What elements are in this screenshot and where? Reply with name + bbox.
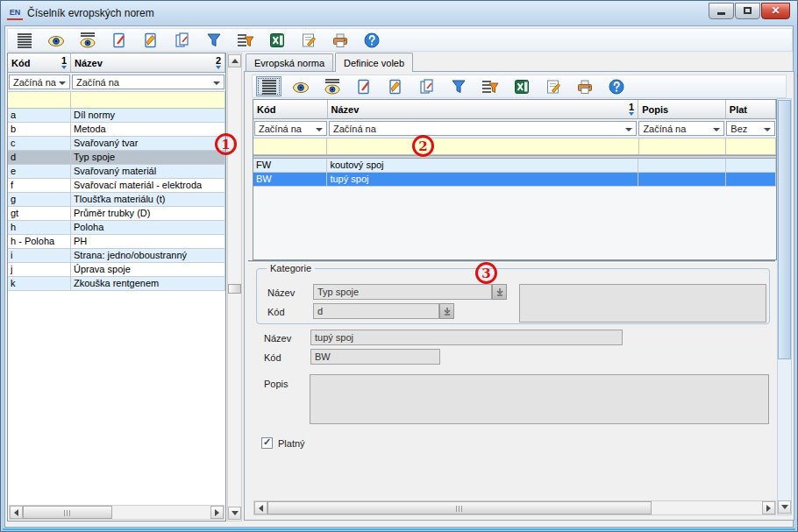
maximize-button[interactable] bbox=[735, 3, 760, 19]
table-row-BW[interactable]: BWtupý spoj bbox=[253, 173, 776, 187]
filter-input[interactable] bbox=[8, 92, 71, 108]
filter-input[interactable] bbox=[253, 138, 327, 154]
filter-dropdown[interactable]: Začíná na bbox=[9, 74, 70, 89]
column-header-label: Název bbox=[331, 104, 360, 115]
nazev-field[interactable]: tupý spoj bbox=[310, 330, 623, 345]
options-vscrollbar[interactable] bbox=[777, 98, 792, 515]
left-table-vscrollbar[interactable] bbox=[227, 53, 242, 521]
toolbar-button-export-excel[interactable] bbox=[509, 76, 534, 96]
vscroll-thumb[interactable] bbox=[228, 284, 241, 294]
filter-dropdown[interactable]: Začíná na bbox=[254, 121, 327, 136]
scroll-left-button[interactable] bbox=[10, 506, 23, 519]
toolbar-button-print[interactable] bbox=[327, 30, 353, 50]
hscroll-thumb[interactable] bbox=[267, 501, 652, 514]
scroll-right-button[interactable] bbox=[762, 501, 775, 514]
tab-definice-voleb[interactable]: Definice voleb bbox=[335, 53, 413, 72]
horizontal-splitter[interactable] bbox=[248, 260, 775, 263]
vscroll-thumb[interactable] bbox=[778, 100, 791, 359]
toolbar-button-filter[interactable] bbox=[445, 76, 471, 96]
kategorie-nazev-combo-button[interactable] bbox=[492, 284, 507, 300]
left-table-header: Kód1Název2 bbox=[8, 53, 225, 73]
platny-checkbox[interactable]: ✓ bbox=[261, 437, 273, 449]
filter-input[interactable] bbox=[71, 92, 225, 108]
table-row-k[interactable]: kZkouška rentgenem bbox=[8, 277, 225, 291]
table-row-c[interactable]: cSvařovaný tvar bbox=[8, 137, 225, 151]
popis-field[interactable] bbox=[310, 374, 769, 424]
table-row-e[interactable]: eSvařovaný materiál bbox=[8, 165, 225, 179]
filter-input[interactable] bbox=[726, 138, 776, 154]
cell-kod: b bbox=[8, 123, 71, 136]
minimize-button[interactable] bbox=[709, 3, 734, 19]
cell-plat bbox=[726, 159, 776, 172]
scroll-up-button[interactable] bbox=[228, 54, 241, 67]
filter-dropdown[interactable]: Začíná na bbox=[72, 74, 224, 89]
table-row-h - Poloha[interactable]: h - PolohaPH bbox=[8, 235, 225, 249]
table-row-a[interactable]: aDíl normy bbox=[8, 109, 225, 123]
toolbar-button-edit-note[interactable] bbox=[540, 76, 566, 96]
toolbar-button-list[interactable] bbox=[256, 76, 281, 96]
tab-evropska-norma[interactable]: Evropská norma bbox=[246, 53, 333, 71]
toolbar-button-view[interactable] bbox=[43, 30, 68, 50]
cell-nazev: Typ spoje bbox=[71, 151, 225, 164]
kategorie-nazev-combo[interactable]: Typ spoje bbox=[313, 284, 492, 300]
column-header-kód[interactable]: Kód bbox=[253, 100, 328, 118]
filter-dropdown[interactable]: Bez bbox=[726, 121, 775, 136]
toolbar-button-edit-document[interactable] bbox=[138, 30, 163, 50]
column-header-název[interactable]: Název2 bbox=[71, 53, 225, 72]
kategorie-kod-label: Kód bbox=[267, 307, 285, 317]
scroll-down-button[interactable] bbox=[778, 500, 791, 514]
column-header-název[interactable]: Název1 bbox=[328, 100, 639, 118]
toolbar-button-help[interactable] bbox=[603, 76, 629, 96]
table-row-f[interactable]: fSvařovací materiál - elektroda bbox=[8, 179, 225, 193]
column-header-plat[interactable]: Plat bbox=[726, 100, 776, 118]
table-row-d[interactable]: dTyp spoje bbox=[8, 151, 225, 165]
toolbar-button-edit-document[interactable] bbox=[382, 76, 408, 96]
toolbar-button-view-columns[interactable] bbox=[75, 30, 100, 50]
toolbar-button-new-document[interactable] bbox=[351, 76, 376, 96]
list-icon bbox=[16, 32, 33, 49]
table-row-j[interactable]: jÚprava spoje bbox=[8, 263, 225, 277]
table-row-g[interactable]: gTloušťka materiálu (t) bbox=[8, 193, 225, 207]
column-header-kód[interactable]: Kód1 bbox=[8, 53, 71, 72]
toolbar-button-print[interactable] bbox=[572, 76, 597, 96]
toolbar-button-edit-note[interactable] bbox=[296, 30, 321, 50]
cell-kod: d bbox=[8, 151, 71, 164]
filter-dropdown[interactable]: Začíná na bbox=[638, 121, 724, 136]
dropdown-icon bbox=[495, 287, 504, 296]
table-row-gt[interactable]: gtPrůměr trubky (D) bbox=[8, 207, 225, 221]
toolbar-button-filter[interactable] bbox=[201, 30, 226, 50]
filter-dropdown[interactable]: Začíná na bbox=[329, 121, 637, 136]
cell-nazev: Svařovaný materiál bbox=[71, 165, 225, 178]
toolbar-button-list[interactable] bbox=[11, 30, 37, 50]
table-row-h[interactable]: hPoloha bbox=[8, 221, 225, 235]
kategorie-kod-combo-button[interactable] bbox=[439, 303, 454, 319]
options-hscrollbar[interactable] bbox=[253, 500, 776, 515]
title-bar[interactable]: EN Číselník evropských norem ✕ bbox=[1, 1, 797, 25]
left-table-hscrollbar[interactable] bbox=[9, 505, 224, 520]
column-header-popis[interactable]: Popis bbox=[638, 100, 726, 118]
table-row-b[interactable]: bMetoda bbox=[8, 123, 225, 137]
filter-input[interactable] bbox=[639, 138, 727, 154]
scroll-left-button[interactable] bbox=[254, 501, 267, 514]
kod-field[interactable]: BW bbox=[310, 349, 440, 365]
hscroll-thumb[interactable] bbox=[23, 506, 112, 519]
toolbar-button-view-columns[interactable] bbox=[319, 76, 345, 96]
kategorie-popis-box[interactable] bbox=[519, 284, 766, 323]
toolbar-button-copy-document[interactable] bbox=[169, 30, 195, 50]
filter-input[interactable] bbox=[327, 138, 638, 154]
list-icon bbox=[260, 78, 278, 96]
scroll-down-button[interactable] bbox=[228, 507, 241, 520]
scroll-right-button[interactable] bbox=[210, 506, 224, 519]
toolbar-button-filter-custom[interactable] bbox=[232, 30, 258, 50]
toolbar-button-filter-custom[interactable] bbox=[477, 76, 502, 96]
toolbar-button-copy-document[interactable] bbox=[414, 76, 439, 96]
toolbar-button-view[interactable] bbox=[288, 76, 313, 96]
toolbar-button-export-excel[interactable] bbox=[264, 30, 289, 50]
table-row-i[interactable]: iStrana: jedno/oboustranný bbox=[8, 249, 225, 263]
kategorie-kod-combo[interactable]: d bbox=[313, 303, 439, 319]
cell-nazev: Úprava spoje bbox=[71, 263, 225, 276]
toolbar-button-help[interactable] bbox=[359, 30, 384, 50]
toolbar-button-new-document[interactable] bbox=[106, 30, 132, 50]
close-button[interactable]: ✕ bbox=[761, 3, 790, 19]
table-row-FW[interactable]: FWkoutový spoj bbox=[253, 159, 776, 173]
